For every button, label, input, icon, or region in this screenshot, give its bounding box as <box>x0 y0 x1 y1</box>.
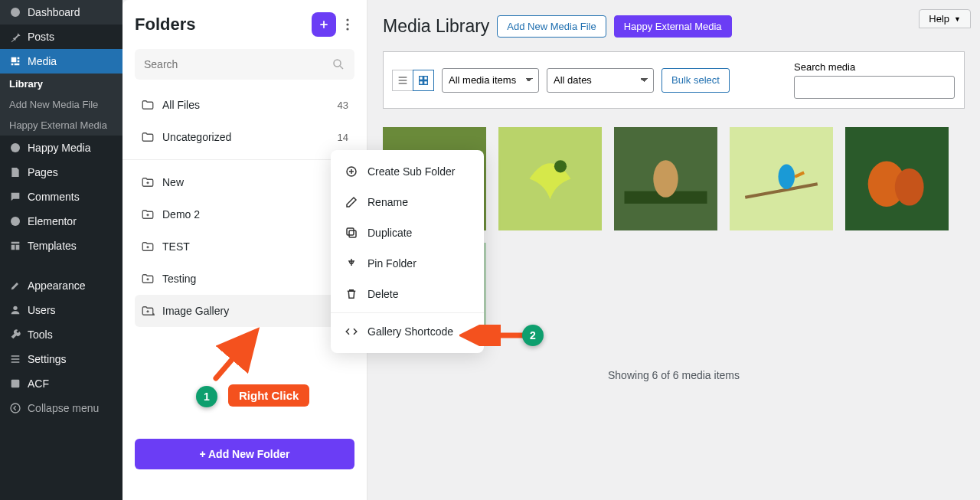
folder-testing[interactable]: Testing <box>135 263 354 295</box>
folder-icon <box>141 98 155 112</box>
sidebar-item-tools[interactable]: Tools <box>0 322 122 347</box>
folder-new[interactable]: New <box>135 166 354 198</box>
ctx-label: Gallery Shortcode <box>368 325 453 338</box>
sidebar-label: Appearance <box>28 279 86 292</box>
dashboard-icon <box>9 6 21 18</box>
folder-uncategorized[interactable]: Uncategorized 14 <box>135 121 354 153</box>
sidebar-item-settings[interactable]: Settings <box>0 347 122 371</box>
svg-rect-3 <box>11 380 20 388</box>
folder-label: Demo 2 <box>162 208 200 221</box>
templates-icon <box>9 240 21 252</box>
folder-plus-icon <box>141 175 155 189</box>
sidebar-label: Happy Media <box>28 142 91 154</box>
sliders-icon <box>9 353 21 365</box>
happy-external-media-button[interactable]: Happy External Media <box>614 15 732 38</box>
sidebar-item-pages[interactable]: Pages <box>0 160 122 185</box>
add-new-folder-button[interactable]: + Add New Folder <box>135 439 354 469</box>
media-type-filter[interactable]: All media items <box>442 68 539 93</box>
svg-rect-11 <box>347 228 354 235</box>
sidebar-item-appearance[interactable]: Appearance <box>0 273 122 298</box>
svg-point-23 <box>653 160 678 198</box>
sidebar-item-comments[interactable]: Comments <box>0 185 122 209</box>
sidebar-item-media[interactable]: Media <box>0 49 122 74</box>
folder-plus-icon <box>141 208 155 221</box>
kebab-icon <box>346 18 349 31</box>
date-filter[interactable]: All dates <box>547 68 654 93</box>
sidebar-item-happy-media[interactable]: Happy Media <box>0 136 122 160</box>
sidebar-item-dashboard[interactable]: Dashboard <box>0 0 122 25</box>
ctx-label: Create Sub Folder <box>368 165 455 178</box>
code-icon <box>345 325 358 338</box>
sidebar-label: Media <box>28 55 57 67</box>
media-submenu: Library Add New Media File Happy Externa… <box>0 74 122 136</box>
media-icon <box>9 55 21 67</box>
submenu-add-new[interactable]: Add New Media File <box>0 94 122 115</box>
media-thumb[interactable] <box>730 127 833 230</box>
media-thumb[interactable] <box>845 127 949 230</box>
folder-plus-icon <box>141 240 155 253</box>
ctx-pin-folder[interactable]: Pin Folder <box>331 248 484 279</box>
svg-point-4 <box>11 404 20 413</box>
svg-point-7 <box>346 28 348 30</box>
sidebar-item-posts[interactable]: Posts <box>0 25 122 49</box>
chevron-down-icon: ▼ <box>954 15 961 23</box>
happy-icon <box>9 142 21 154</box>
submenu-library[interactable]: Library <box>0 74 122 94</box>
pin-icon <box>345 257 358 270</box>
pin-icon <box>9 31 21 43</box>
folder-demo2[interactable]: Demo 2 <box>135 198 354 230</box>
page-icon <box>9 166 21 178</box>
brush-icon <box>9 279 21 292</box>
separator <box>331 312 484 313</box>
svg-point-0 <box>11 143 20 152</box>
ctx-create-sub-folder[interactable]: Create Sub Folder <box>331 156 484 187</box>
svg-rect-10 <box>349 230 356 237</box>
svg-point-28 <box>895 168 924 206</box>
folder-context-menu: Create Sub Folder Rename Duplicate Pin F… <box>331 150 484 353</box>
sidebar-label: Settings <box>28 353 67 365</box>
ctx-rename[interactable]: Rename <box>331 187 484 217</box>
folder-all-files[interactable]: All Files 43 <box>135 89 354 121</box>
sidebar-label: ACF <box>28 377 49 390</box>
folder-plus-icon <box>141 304 155 318</box>
ctx-delete[interactable]: Delete <box>331 279 484 309</box>
list-view-button[interactable] <box>392 70 413 91</box>
folder-image-gallery[interactable]: Image Gallery <box>135 295 354 327</box>
copy-icon <box>345 226 358 240</box>
plus-icon <box>318 19 329 30</box>
grid-icon <box>417 74 430 87</box>
folders-search[interactable] <box>135 49 354 80</box>
folder-icon <box>141 130 155 144</box>
sidebar-item-users[interactable]: Users <box>0 298 122 322</box>
svg-point-5 <box>346 18 348 21</box>
sidebar-item-elementor[interactable]: Elementor <box>0 209 122 234</box>
ctx-duplicate[interactable]: Duplicate <box>331 217 484 248</box>
svg-point-6 <box>346 23 348 25</box>
bulk-select-button[interactable]: Bulk select <box>662 68 730 93</box>
sidebar-item-acf[interactable]: ACF <box>0 371 122 396</box>
sidebar-item-templates[interactable]: Templates <box>0 234 122 258</box>
search-media-input[interactable] <box>794 76 955 99</box>
new-folder-button[interactable] <box>312 12 336 37</box>
collapse-menu[interactable]: Collapse menu <box>0 396 122 420</box>
folder-test[interactable]: TEST <box>135 230 354 263</box>
folder-count: 43 <box>338 100 348 111</box>
svg-point-2 <box>13 306 17 310</box>
svg-point-25 <box>778 165 795 189</box>
svg-point-1 <box>11 217 20 226</box>
svg-rect-13 <box>424 76 428 80</box>
folders-more-button[interactable] <box>341 12 354 37</box>
grid-view-button[interactable] <box>413 70 434 91</box>
submenu-happy-external[interactable]: Happy External Media <box>0 115 122 136</box>
edit-icon <box>345 195 358 209</box>
ctx-gallery-shortcode[interactable]: Gallery Shortcode <box>331 316 484 347</box>
media-toolbar: All media items All dates Bulk select Se… <box>383 51 965 109</box>
help-button[interactable]: Help ▼ <box>919 9 971 28</box>
media-thumb[interactable] <box>498 127 602 230</box>
media-thumb[interactable] <box>614 127 717 230</box>
sidebar-label: Elementor <box>28 215 77 227</box>
folder-label: All Files <box>162 99 200 111</box>
page-title: Media Library <box>383 16 489 37</box>
folders-search-input[interactable] <box>144 58 332 70</box>
add-new-media-button[interactable]: Add New Media File <box>497 15 606 38</box>
